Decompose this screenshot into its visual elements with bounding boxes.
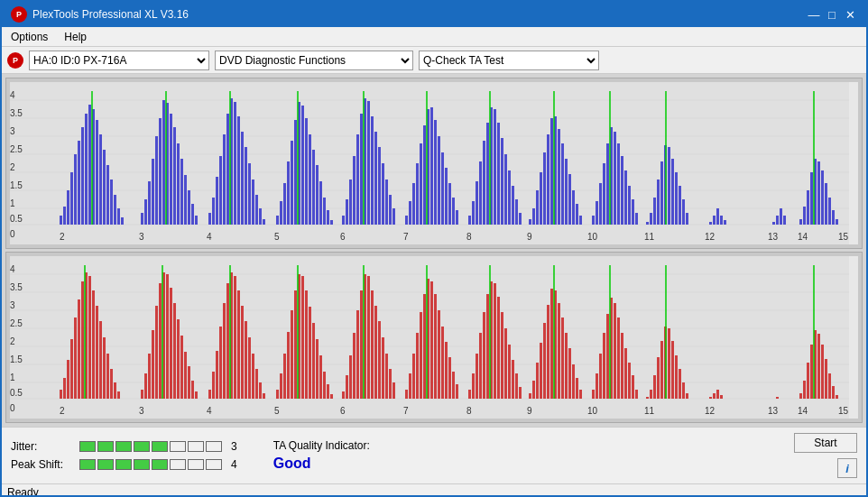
- svg-rect-35: [121, 217, 124, 225]
- svg-rect-117: [479, 161, 482, 225]
- svg-rect-97: [389, 195, 392, 225]
- svg-rect-233: [63, 378, 66, 399]
- svg-rect-19: [63, 207, 66, 225]
- svg-rect-122: [497, 123, 500, 225]
- svg-rect-296: [330, 394, 333, 399]
- svg-rect-25: [85, 114, 88, 225]
- svg-rect-171: [716, 208, 719, 225]
- svg-rect-78: [312, 150, 315, 225]
- minimize-button[interactable]: —: [807, 7, 821, 22]
- svg-rect-257: [170, 288, 172, 399]
- ta-quality-value: Good: [273, 456, 311, 472]
- svg-rect-79: [316, 165, 319, 225]
- svg-text:6: 6: [340, 232, 346, 242]
- peakshift-seg-3: [115, 459, 132, 470]
- svg-rect-173: [724, 220, 726, 225]
- function-select[interactable]: DVD Diagnostic Functions: [215, 51, 413, 70]
- svg-rect-350: [558, 303, 560, 399]
- svg-rect-300: [353, 333, 356, 399]
- svg-rect-180: [807, 190, 809, 225]
- svg-rect-260: [180, 336, 183, 399]
- svg-rect-69: [280, 201, 282, 225]
- svg-text:4: 4: [10, 264, 15, 274]
- svg-rect-113: [456, 210, 458, 225]
- test-select[interactable]: Q-Check TA Test: [419, 51, 599, 70]
- svg-text:2.5: 2.5: [10, 144, 23, 154]
- svg-rect-61: [241, 132, 244, 225]
- svg-rect-365: [621, 333, 623, 399]
- peakshift-label: Peak Shift:: [11, 458, 74, 471]
- svg-rect-370: [646, 397, 649, 399]
- svg-rect-342: [529, 393, 531, 399]
- device-select[interactable]: HA:0 ID:0 PX-716A: [29, 51, 209, 70]
- svg-rect-89: [360, 114, 363, 225]
- svg-rect-166: [679, 186, 681, 225]
- menu-options[interactable]: Options: [7, 29, 51, 45]
- title-bar-controls[interactable]: — □ ✕: [807, 7, 857, 22]
- svg-rect-181: [810, 172, 813, 225]
- svg-rect-72: [291, 141, 293, 225]
- svg-rect-367: [628, 363, 631, 399]
- svg-rect-262: [188, 366, 190, 399]
- svg-rect-334: [494, 283, 496, 399]
- svg-rect-359: [599, 354, 602, 399]
- svg-rect-86: [349, 179, 352, 225]
- svg-rect-167: [682, 199, 685, 225]
- start-button[interactable]: Start: [794, 433, 857, 453]
- svg-rect-66: [259, 208, 262, 225]
- svg-text:2.5: 2.5: [10, 318, 23, 328]
- svg-rect-295: [327, 384, 329, 399]
- svg-rect-383: [713, 393, 716, 399]
- svg-text:9: 9: [527, 406, 532, 416]
- menu-help[interactable]: Help: [60, 29, 90, 45]
- svg-rect-338: [508, 345, 511, 399]
- svg-rect-42: [162, 100, 165, 225]
- svg-rect-175: [776, 216, 779, 225]
- maximize-button[interactable]: □: [825, 7, 839, 22]
- svg-rect-159: [653, 198, 656, 225]
- svg-rect-324: [448, 357, 451, 399]
- svg-rect-164: [671, 159, 674, 225]
- svg-rect-385: [720, 395, 723, 399]
- svg-rect-133: [543, 152, 546, 225]
- jitter-value: 3: [231, 440, 237, 453]
- svg-rect-44: [170, 114, 172, 225]
- svg-rect-64: [252, 179, 254, 225]
- bottom-chart-container: 4 3.5 3 2.5 2 1.5 1 0.5 0: [5, 252, 863, 423]
- svg-rect-23: [78, 141, 80, 225]
- svg-rect-354: [572, 364, 575, 399]
- svg-rect-154: [628, 186, 631, 225]
- svg-rect-147: [603, 163, 605, 225]
- svg-rect-187: [832, 210, 835, 225]
- close-button[interactable]: ✕: [843, 7, 857, 22]
- svg-rect-46: [177, 143, 180, 225]
- svg-rect-81: [323, 198, 326, 225]
- svg-rect-158: [650, 213, 652, 225]
- svg-rect-360: [603, 333, 605, 399]
- svg-rect-125: [508, 170, 511, 225]
- svg-rect-265: [208, 390, 211, 399]
- svg-rect-291: [312, 323, 315, 399]
- title-bar: P PlexTools Professional XL V3.16 — □ ✕: [2, 2, 866, 27]
- window-title: PlexTools Professional XL V3.16: [32, 8, 189, 21]
- svg-rect-327: [468, 390, 471, 399]
- info-button[interactable]: i: [837, 458, 857, 478]
- jitter-seg-1: [79, 441, 96, 452]
- svg-rect-111: [448, 183, 451, 225]
- svg-rect-290: [309, 307, 311, 399]
- svg-text:2: 2: [60, 232, 65, 242]
- svg-rect-51: [195, 216, 198, 225]
- svg-rect-392: [817, 334, 820, 399]
- svg-rect-363: [614, 303, 616, 399]
- svg-rect-160: [657, 179, 660, 225]
- svg-rect-110: [445, 168, 448, 225]
- svg-rect-183: [817, 161, 820, 225]
- svg-rect-275: [245, 321, 247, 399]
- svg-rect-357: [592, 390, 595, 399]
- peakshift-seg-8: [206, 459, 222, 470]
- svg-rect-70: [283, 183, 286, 225]
- svg-rect-41: [159, 118, 162, 225]
- svg-rect-102: [416, 163, 419, 225]
- jitter-progress: [79, 441, 222, 452]
- svg-rect-348: [550, 289, 553, 399]
